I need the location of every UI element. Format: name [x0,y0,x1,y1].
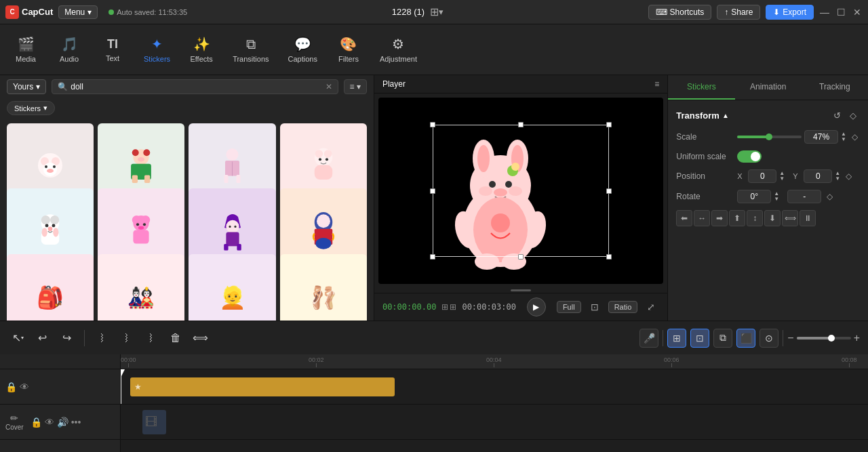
transform-keyframe-button[interactable]: ◇ [846,108,860,122]
maximize-button[interactable]: ☐ [835,7,846,18]
zoom-ratio-button[interactable]: Ratio [608,301,638,313]
handle-top-left[interactable] [430,122,435,127]
scale-down-button[interactable]: ▼ [841,137,846,142]
pos-y-down-button[interactable]: ▼ [835,176,840,182]
sticker-item-9[interactable]: 🎒 [7,254,94,321]
delete-tool[interactable]: 🗑 [166,329,185,348]
timeline-tool-3[interactable]: ⧉ [713,329,732,348]
timeline-tool-1[interactable]: ⊞ [667,329,686,348]
cover-button[interactable]: ✏ Cover [5,413,24,431]
align-left-button[interactable]: ⬅ [676,210,692,226]
rotate-input[interactable] [737,190,771,203]
lock-icon-1[interactable]: 🔒 [5,382,17,392]
undo-button[interactable]: ↩ [33,329,52,348]
expand-icon[interactable]: ⤢ [643,299,659,315]
align-pause-button[interactable]: ⏸ [800,210,816,226]
align-bottom-button[interactable]: ⬇ [764,210,781,226]
pos-y-field[interactable] [804,169,832,183]
tool-text[interactable]: TI Text [92,33,133,66]
flip-tool[interactable]: ⟺ [191,329,210,348]
eye-icon-1[interactable]: 👁 [20,382,29,392]
scale-keyframe-button[interactable]: ◇ [849,131,860,142]
zoom-full-button[interactable]: Full [557,301,581,313]
scale-slider[interactable] [737,136,802,138]
share-button[interactable]: ↑ Share [717,5,760,20]
category-dropdown[interactable]: Yours ▾ [7,79,46,94]
mic-button[interactable]: 🎤 [639,329,658,348]
handle-bottom-mid[interactable] [518,254,524,260]
align-top-button[interactable]: ⬆ [729,210,745,226]
close-button[interactable]: ✕ [852,7,863,18]
zoom-thumb[interactable] [828,335,835,342]
video-clip[interactable]: 🎞 [142,410,166,434]
handle-bottom-right[interactable] [606,254,612,260]
align-center-v-button[interactable]: ↕ [747,210,763,226]
sticker-item-10[interactable]: 🎎 [98,254,184,321]
shortcuts-button[interactable]: ⌨ Shortcuts [648,5,712,20]
tool-filters[interactable]: 🎨 Filters [328,32,369,67]
tool-captions[interactable]: 💬 Captions [280,32,326,67]
handle-mid-left[interactable] [430,188,435,194]
fullscreen-icon[interactable]: ⊡ [587,299,603,315]
eye-icon-2[interactable]: 👁 [45,417,54,428]
transform-collapse-icon[interactable]: ▲ [722,112,729,119]
handle-bottom-left[interactable] [430,254,435,260]
tab-animation[interactable]: Animation [735,75,802,100]
search-input[interactable] [71,82,322,91]
layout-icon[interactable]: ⊞ [430,5,439,18]
sticker-item-11[interactable]: 👱 [189,254,275,321]
filter-button[interactable]: ≡ ▾ [344,79,367,94]
tab-stickers[interactable]: Stickers [668,75,734,100]
zoom-in-button[interactable]: + [854,332,860,344]
sticker-clip[interactable]: ★ [130,377,395,396]
layout-chevron-icon[interactable]: ▾ [439,7,443,17]
more-icon[interactable]: ••• [71,417,81,428]
split-tool-2[interactable]: ⧘ [117,329,136,348]
align-flip-h-button[interactable]: ⟺ [782,210,798,226]
zoom-out-button[interactable]: − [787,332,793,344]
handle-mid-right[interactable] [606,188,612,194]
rotate-down-button[interactable]: ▼ [774,197,779,202]
tool-transitions[interactable]: ⧉ Transitions [224,33,277,67]
player-menu-icon[interactable]: ≡ [654,79,659,89]
transform-reset-button[interactable]: ↺ [830,108,844,122]
grid-icon-2[interactable]: ⊞ [450,302,456,312]
rotate-alt-input[interactable]: - [787,190,821,203]
sticker-item-12[interactable]: 🩰 [280,254,367,321]
lock-icon-2[interactable]: 🔒 [31,417,42,428]
timeline-tool-2[interactable]: ⊡ [690,329,709,348]
split-tool-1[interactable]: ⧘ [93,329,112,348]
tool-media[interactable]: 🎬 Media [5,32,46,67]
align-right-button[interactable]: ➡ [711,210,728,226]
align-center-h-button[interactable]: ↔ [694,210,710,226]
playhead[interactable] [121,369,121,404]
pos-x-field[interactable] [748,169,776,183]
menu-button[interactable]: Menu ▾ [58,5,98,19]
redo-button[interactable]: ↪ [57,329,76,348]
timeline-tool-4[interactable]: ⬛ [736,329,755,348]
tab-tracking[interactable]: Tracking [802,75,868,100]
grid-icon-1[interactable]: ⊞ [441,302,448,312]
subcategory-stickers[interactable]: Stickers ▾ [7,101,55,115]
play-button[interactable]: ▶ [527,297,546,316]
pos-x-down-button[interactable]: ▼ [779,176,785,182]
scale-input[interactable] [804,130,838,144]
handle-top-right[interactable] [606,122,612,127]
split-tool-3[interactable]: ⧘ [142,329,161,348]
tool-adjustment[interactable]: ⚙ Adjustment [372,32,425,67]
tool-effects[interactable]: ✨ Effects [181,32,222,67]
rotate-keyframe-button[interactable]: ◇ [824,191,835,202]
minimize-button[interactable]: — [819,7,830,18]
export-button[interactable]: ⬇ Export [766,5,814,20]
zoom-slider[interactable] [797,337,851,340]
uniform-scale-toggle[interactable] [737,150,762,163]
select-tool[interactable]: ↖ ▾ [8,329,27,348]
tool-audio[interactable]: 🎵 Audio [49,32,90,67]
audio-icon-2[interactable]: 🔊 [57,417,68,428]
timeline-tool-5[interactable]: ⊙ [760,329,778,348]
tool-stickers[interactable]: ✦ Stickers [136,32,178,67]
position-keyframe-button[interactable]: ◇ [843,171,854,182]
clear-search-button[interactable]: ✕ [326,82,332,91]
handle-top-mid[interactable] [518,122,524,127]
scale-thumb[interactable] [766,133,772,140]
